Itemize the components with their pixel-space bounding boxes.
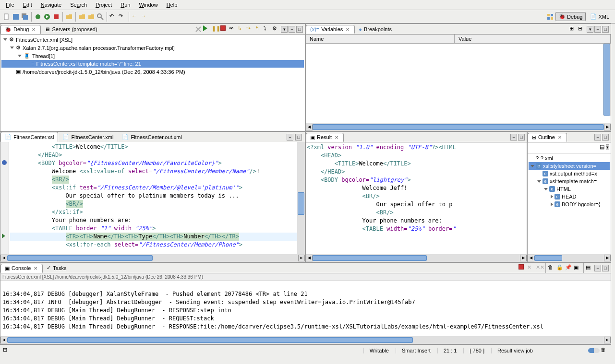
maximize-icon[interactable]: □ <box>518 134 525 141</box>
remove-terminated-icon[interactable] <box>194 25 202 33</box>
editor-body[interactable]: <TITLE>Welcome</TITLE> </HEAD> <BODY bgc… <box>0 142 305 262</box>
outline-row[interactable]: exsl:output method=x <box>529 170 610 177</box>
col-value[interactable]: Value <box>455 35 611 43</box>
minimize-icon[interactable]: − <box>594 26 601 33</box>
scrollbar-horizontal[interactable]: ◀▶ <box>528 254 611 262</box>
next-annotation-icon[interactable]: ↷ <box>119 13 126 21</box>
perspective-debug[interactable]: 🐞 Debug <box>555 12 586 21</box>
view-menu-icon[interactable]: ▾ <box>606 144 609 150</box>
outline-row[interactable]: exsl:template match= <box>529 177 610 185</box>
run-icon[interactable] <box>43 13 51 21</box>
scrollbar-vertical[interactable] <box>603 44 611 116</box>
scroll-right-icon[interactable]: ▶ <box>520 255 527 261</box>
outline-tree[interactable]: ?-?xml exsl:stylesheet version= exsl:out… <box>528 153 611 209</box>
forward-icon[interactable]: → <box>141 13 148 21</box>
editor-tab-xml[interactable]: 📄FitnessCenter.xml <box>58 132 118 142</box>
scrollbar-vertical[interactable] <box>297 142 305 254</box>
expander-icon[interactable] <box>551 195 553 199</box>
scroll-lock-icon[interactable]: 🔒 <box>556 264 564 272</box>
remove-launch-icon[interactable]: ✕ <box>527 264 535 272</box>
minimize-icon[interactable]: − <box>287 134 293 141</box>
editor-tab-xsl[interactable]: 📄FitnessCenter.xsl <box>0 132 58 142</box>
menu-project[interactable]: Project <box>92 1 116 9</box>
scroll-left-icon[interactable]: ◀ <box>528 255 534 261</box>
resume-icon[interactable] <box>203 25 211 33</box>
scroll-right-icon[interactable]: ▶ <box>298 255 305 261</box>
expander-icon[interactable] <box>18 55 22 57</box>
tab-servers[interactable]: 🖥 Servers (proposed) <box>41 25 101 33</box>
expander-icon[interactable] <box>551 202 553 206</box>
debug-icon[interactable] <box>34 13 42 21</box>
expander-icon[interactable] <box>544 188 548 190</box>
outline-row-selected[interactable]: exsl:stylesheet version= <box>529 162 610 170</box>
expander-icon[interactable] <box>531 165 534 167</box>
terminate-icon[interactable] <box>519 264 526 272</box>
scroll-left-icon[interactable]: ◀ <box>0 337 7 343</box>
open-type-icon[interactable] <box>65 13 73 21</box>
maximize-icon[interactable]: □ <box>296 26 303 33</box>
disconnect-icon[interactable]: ⚮ <box>229 25 237 33</box>
scroll-left-icon[interactable]: ◀ <box>0 255 7 261</box>
close-icon[interactable]: ✕ <box>345 27 350 32</box>
breakpoint-marker-icon[interactable] <box>2 160 7 165</box>
clear-console-icon[interactable]: 🗑 <box>548 264 555 272</box>
scrollbar-horizontal[interactable]: ◀▶ <box>306 123 611 131</box>
progress-icon[interactable] <box>588 348 600 353</box>
scrollbar-horizontal[interactable]: ◀▶ <box>0 336 611 344</box>
tab-debug[interactable]: 🐞 Debug ✕ <box>0 25 41 34</box>
maximize-icon[interactable]: □ <box>602 265 609 271</box>
minimize-icon[interactable]: − <box>594 134 601 141</box>
scroll-right-icon[interactable]: ▶ <box>604 337 611 343</box>
step-filters-icon[interactable]: ⚙ <box>272 25 280 33</box>
view-menu-icon[interactable]: ▾ <box>281 26 288 33</box>
scroll-right-icon[interactable]: ▶ <box>604 124 611 130</box>
tree-row[interactable]: 🧵Thread[1] <box>1 52 304 60</box>
display-console-icon[interactable]: ▣ <box>574 264 581 272</box>
tab-breakpoints[interactable]: ● Breakpoints <box>355 25 396 33</box>
menu-window[interactable]: Window <box>135 1 161 9</box>
scroll-left-icon[interactable]: ◀ <box>306 255 313 261</box>
editor-gutter[interactable] <box>0 142 9 262</box>
close-icon[interactable]: ✕ <box>31 27 36 32</box>
gc-icon[interactable]: 🗑 <box>601 347 608 354</box>
scrollbar-horizontal[interactable]: ◀▶ <box>0 254 305 262</box>
prev-annotation-icon[interactable]: ↶ <box>109 13 117 21</box>
outline-row[interactable]: eHTML <box>529 185 610 193</box>
new-icon[interactable] <box>3 13 11 21</box>
outline-row[interactable]: eBODY bgcolor={ <box>529 200 610 208</box>
view-menu-icon[interactable]: ▾ <box>587 26 593 33</box>
menu-edit[interactable]: Edit <box>19 1 36 9</box>
tree-row-selected[interactable]: ≡FitnessCenter.xsl template match="/" li… <box>1 60 304 68</box>
scrollbar-horizontal[interactable]: ◀▶ <box>306 254 527 262</box>
saveall-icon[interactable] <box>21 13 29 21</box>
tree-row[interactable]: ⚙FitnessCenter.xml [XSL] <box>1 35 304 44</box>
minimize-icon[interactable]: − <box>510 134 517 141</box>
outline-row[interactable]: eHEAD <box>529 193 610 200</box>
maximize-icon[interactable]: □ <box>602 26 609 33</box>
pin-console-icon[interactable]: 📌 <box>565 264 573 272</box>
editor-tab-outxml[interactable]: 📄FitnessCenter.out.xml <box>118 132 186 142</box>
maximize-icon[interactable]: □ <box>295 134 302 141</box>
ext-tools-icon[interactable] <box>52 13 60 21</box>
drop-frame-icon[interactable]: ⤵ <box>264 25 271 33</box>
col-name[interactable]: Name <box>306 35 455 43</box>
menu-file[interactable]: File <box>2 1 18 9</box>
terminate-icon[interactable] <box>220 25 228 33</box>
tab-result[interactable]: ▣ Result ✕ <box>306 133 344 142</box>
tree-row[interactable]: ⚙Xalan 2.7.1[org.apache.xalan.processor.… <box>1 44 304 52</box>
back-icon[interactable]: ← <box>132 13 139 21</box>
collapse-icon[interactable]: ⊟ <box>578 25 586 33</box>
show-types-icon[interactable]: ⊞ <box>569 25 577 33</box>
tree-row[interactable]: ▣/home/dcarver/jrockit-jdk1.5.0_12/bin/j… <box>1 68 304 76</box>
suspend-icon[interactable]: ❚❚ <box>212 25 219 33</box>
tab-tasks[interactable]: ✓ Tasks <box>43 264 70 272</box>
scroll-left-icon[interactable]: ◀ <box>306 124 313 130</box>
folder-nav-icon[interactable] <box>87 13 95 21</box>
save-icon[interactable] <box>12 13 20 21</box>
open-console-icon[interactable]: ▤ <box>586 264 593 272</box>
close-icon[interactable]: ✕ <box>334 135 339 140</box>
debug-tree[interactable]: ⚙FitnessCenter.xml [XSL] ⚙Xalan 2.7.1[or… <box>0 35 305 77</box>
menu-search[interactable]: Search <box>66 1 91 9</box>
minimize-icon[interactable]: − <box>594 265 601 271</box>
remove-all-icon[interactable]: ✕✕ <box>536 264 543 272</box>
